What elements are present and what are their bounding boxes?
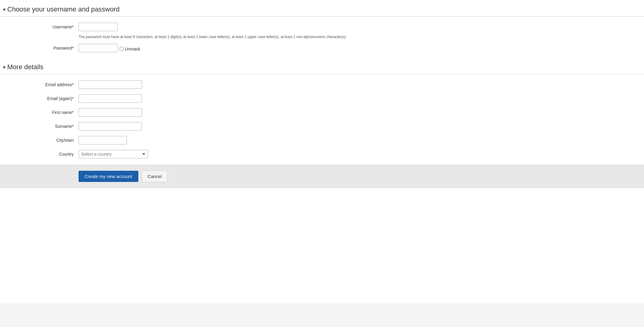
unmask-checkbox[interactable] [120, 47, 124, 51]
firstname-input[interactable] [79, 108, 142, 117]
email-again-label: Email (again)* [12, 94, 79, 101]
details-section-header: ▾ More details [0, 58, 644, 74]
credentials-section: ▾ Choose your username and password User… [0, 0, 644, 52]
create-account-button[interactable]: Create my new account [79, 171, 138, 182]
email-again-input[interactable] [79, 94, 142, 103]
credentials-chevron-icon: ▾ [3, 7, 5, 12]
details-section-title: More details [7, 63, 43, 71]
email-group: Email address* [0, 80, 644, 89]
unmask-container: Unmask [120, 45, 140, 51]
surname-input[interactable] [79, 122, 142, 131]
country-select[interactable]: Select a countryAfghanistanAlbaniaAlgeri… [79, 150, 148, 158]
country-group: Country Select a countryAfghanistanAlban… [0, 150, 644, 158]
city-group: City/town [0, 136, 644, 144]
password-input[interactable] [79, 44, 118, 52]
email-label: Email address* [12, 80, 79, 87]
details-section: ▾ More details Email address* Email (aga… [0, 58, 644, 158]
unmask-label[interactable]: Unmask [125, 47, 140, 51]
surname-required: * [72, 124, 74, 129]
details-chevron-icon: ▾ [3, 64, 5, 70]
credentials-section-title: Choose your username and password [7, 5, 120, 13]
password-row: Unmask [79, 44, 140, 52]
credentials-section-header: ▾ Choose your username and password [0, 0, 644, 17]
email-input[interactable] [79, 80, 142, 89]
username-group: Username* [0, 23, 644, 31]
username-required: * [72, 24, 74, 29]
firstname-required: * [72, 110, 74, 115]
password-required: * [72, 46, 74, 50]
city-label: City/town [12, 136, 79, 143]
country-label: Country [12, 150, 79, 157]
surname-label: Surname* [12, 122, 79, 129]
city-input[interactable] [79, 136, 127, 144]
email-required: * [72, 82, 74, 87]
firstname-label: First name* [12, 108, 79, 115]
footer-bar: Create my new account Cancel [0, 164, 644, 188]
email-again-group: Email (again)* [0, 94, 644, 103]
firstname-group: First name* [0, 108, 644, 117]
password-group: Password* Unmask [0, 44, 644, 52]
password-label: Password* [12, 44, 79, 50]
username-input[interactable] [79, 23, 118, 31]
email-again-required: * [72, 96, 74, 101]
page-container: ▾ Choose your username and password User… [0, 0, 644, 303]
cancel-button[interactable]: Cancel [142, 170, 168, 182]
surname-group: Surname* [0, 122, 644, 131]
password-hint: The password must have at least 8 charac… [0, 34, 644, 40]
username-label: Username* [12, 23, 79, 29]
